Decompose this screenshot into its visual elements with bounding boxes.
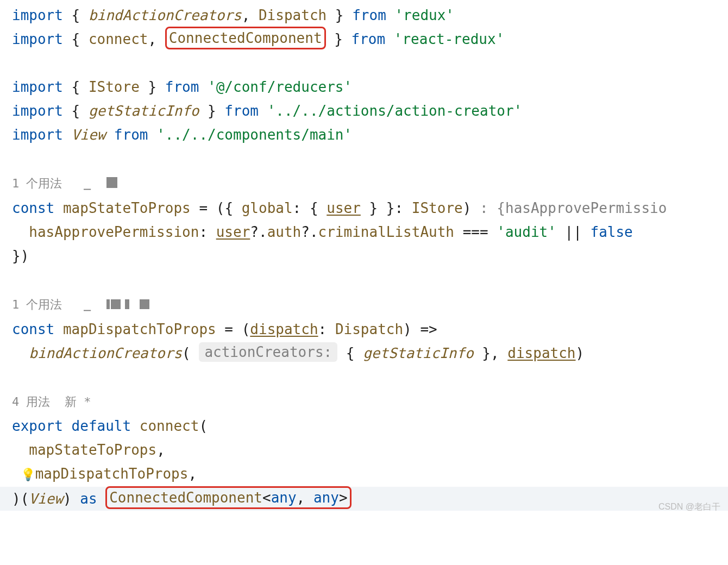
blank-line — [12, 55, 21, 71]
symbol-IStore: IStore — [89, 79, 140, 95]
symbol-View: View — [72, 127, 106, 143]
parameter-inlay-hint: actionCreators: — [199, 342, 337, 362]
code-line: import { IStore } from '@/conf/reducers' — [12, 79, 352, 95]
code-editor[interactable]: import { bindActionCreators, Dispatch } … — [0, 0, 728, 511]
symbol-connect: connect — [89, 31, 148, 47]
code-line: hasApprovePermission: user?.auth?.crimin… — [12, 224, 633, 240]
symbol-mapDispatchToProps: mapDispatchToProps — [63, 321, 216, 337]
usages-hint[interactable]: 1 个用法 ⎯ — [12, 298, 149, 311]
usages-hint[interactable]: 1 个用法 ⎯ — [12, 177, 117, 190]
code-line: import { bindActionCreators, Dispatch } … — [12, 7, 454, 23]
type-inlay-hint: : {hasApprovePermissio — [471, 200, 667, 216]
code-line: const mapStateToProps = ({ global: { use… — [12, 200, 667, 216]
symbol-mapStateToProps: mapStateToProps — [63, 200, 191, 216]
author-avatar-icon — [105, 172, 117, 196]
code-line: const mapDispatchToProps = (dispatch: Di… — [12, 321, 437, 337]
code-line: 💡mapDispatchToProps, — [12, 466, 197, 482]
intention-bulb-icon[interactable]: 💡 — [21, 468, 35, 481]
code-line: export default connect( — [12, 418, 208, 434]
highlighted-line: )(View) as ConnectedComponent<any, any> — [0, 487, 728, 511]
code-line: mapStateToProps, — [12, 442, 165, 458]
blank-line — [12, 272, 21, 288]
code-line: bindActionCreators( actionCreators: { ge… — [12, 345, 584, 361]
watermark-text: CSDN @老白干 — [658, 501, 720, 513]
highlight-box-cast: ConnectedComponent<any, any> — [105, 486, 351, 509]
usages-hint[interactable]: 4 用法 新 * — [12, 395, 91, 409]
symbol-Dispatch: Dispatch — [259, 7, 327, 23]
string-redux: 'redux' — [394, 7, 454, 23]
string-react-redux: 'react-redux' — [394, 31, 505, 47]
code-line: }) — [12, 248, 29, 264]
symbol-bindActionCreators: bindActionCreators — [89, 7, 242, 23]
symbol-getStaticInfo: getStaticInfo — [89, 103, 199, 119]
symbol-user: user — [327, 200, 361, 216]
author-avatar-icon — [105, 293, 149, 317]
code-line: import { getStaticInfo } from '../../act… — [12, 103, 522, 119]
blank-line — [12, 369, 21, 385]
code-line: import View from '../../components/main' — [12, 127, 352, 143]
code-line: import { connect, ConnectedComponent } f… — [12, 31, 504, 47]
vcs-author-icon: ⎯ — [84, 177, 91, 190]
symbol-dispatch: dispatch — [250, 321, 318, 337]
blank-line — [12, 150, 21, 167]
vcs-author-icon: ⎯ — [84, 298, 91, 311]
highlight-box-connectedcomponent: ConnectedComponent — [165, 27, 326, 49]
kw-import: import — [12, 7, 63, 23]
